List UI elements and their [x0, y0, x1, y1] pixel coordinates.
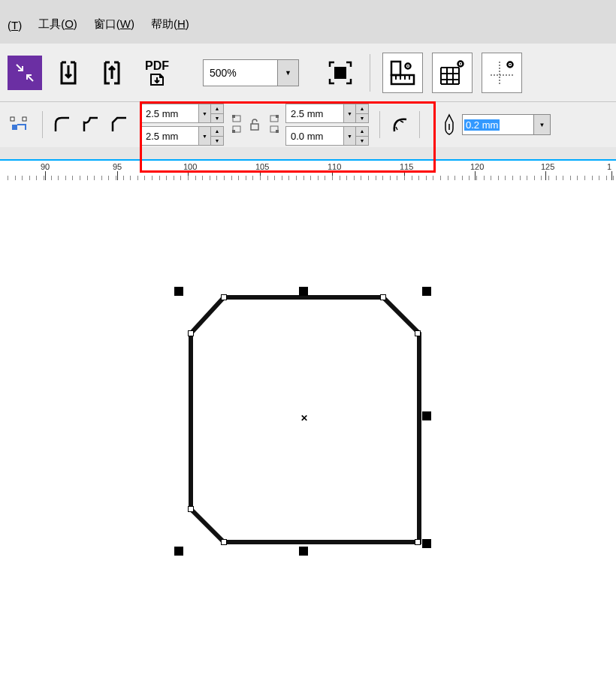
svg-rect-0: [334, 67, 346, 79]
corner-bl-unit-dd[interactable]: ▼: [199, 127, 211, 145]
corner-br-unit-dd[interactable]: ▼: [344, 127, 356, 145]
br-corner-indicator: [269, 125, 281, 134]
tr-corner-indicator: [269, 115, 281, 124]
corner-tr-down[interactable]: ▼: [356, 114, 368, 123]
ruler-label: 110: [328, 162, 341, 171]
corner-tl-up[interactable]: ▲: [211, 104, 223, 114]
selection-handle-tm[interactable]: [299, 287, 308, 296]
shape-edit-icon[interactable]: [8, 113, 32, 137]
pen-icon: [442, 113, 456, 136]
guides-toggle[interactable]: [482, 53, 522, 93]
selection-handle-mr[interactable]: [422, 411, 431, 420]
rotation-center-marker[interactable]: ✕: [300, 413, 308, 423]
gap-bar: [0, 147, 616, 159]
pdf-icon: [148, 73, 166, 86]
rulers-toggle[interactable]: [382, 53, 423, 93]
node-handle[interactable]: [188, 506, 194, 512]
outline-width-input[interactable]: 0.2 mm: [462, 114, 534, 135]
bl-corner-indicator: [231, 125, 243, 134]
menu-item-t[interactable]: (T): [8, 19, 22, 32]
corner-tl-spinner: 2.5 mm ▼ ▲ ▼: [140, 104, 224, 123]
selection-handle-tl[interactable]: [174, 287, 183, 296]
unlock-icon: [249, 119, 260, 131]
corner-tl-input[interactable]: 2.5 mm: [140, 104, 199, 123]
svg-rect-23: [12, 125, 17, 130]
arrows-in-icon: [14, 62, 35, 83]
scallop-corner-icon: [81, 115, 101, 134]
corner-br-down[interactable]: ▼: [356, 137, 368, 146]
corner-br-input[interactable]: 0.0 mm: [285, 126, 344, 146]
round-corner-button[interactable]: [50, 113, 74, 137]
node-handle[interactable]: [188, 330, 194, 336]
corner-tr-up[interactable]: ▲: [356, 104, 368, 114]
corner-bl-down[interactable]: ▼: [211, 137, 223, 146]
selection-handle-br[interactable]: [422, 539, 431, 548]
node-handle[interactable]: [221, 294, 227, 300]
ruler-label: 105: [255, 162, 269, 171]
corner-tr-spinner: 2.5 mm ▼ ▲ ▼: [285, 104, 369, 123]
horizontal-ruler[interactable]: 90951001051101151201251: [0, 159, 616, 180]
corner-lock-toggle[interactable]: [248, 119, 261, 131]
export-button[interactable]: [95, 56, 129, 90]
ruler-label: 125: [541, 162, 554, 171]
chamfer-corner-icon: [110, 115, 129, 134]
ruler-label: 100: [183, 162, 197, 171]
corner-tr-input[interactable]: 2.5 mm: [285, 104, 344, 123]
svg-rect-25: [23, 117, 26, 121]
svg-rect-34: [276, 130, 279, 133]
import-icon: [55, 59, 82, 86]
relative-corner-button[interactable]: [388, 113, 412, 137]
ruler-label: 1: [607, 162, 611, 171]
divider: [42, 111, 43, 138]
corner-right-indicators: [269, 115, 281, 134]
corner-br-up[interactable]: ▲: [356, 127, 368, 137]
relative-corner-icon: [390, 115, 409, 134]
divider-3: [419, 111, 420, 138]
ruler-label: 90: [41, 162, 50, 171]
selection-handle-bm[interactable]: [299, 547, 308, 556]
ruler-label: 120: [470, 162, 484, 171]
corner-bl-up[interactable]: ▲: [211, 127, 223, 137]
node-handle[interactable]: [415, 330, 421, 336]
svg-point-22: [509, 64, 511, 65]
selection-handle-tr[interactable]: [422, 287, 431, 296]
ruler-label: 115: [400, 162, 413, 171]
svg-rect-2: [391, 62, 400, 75]
canvas-area[interactable]: ✕: [0, 180, 616, 691]
node-handle[interactable]: [221, 539, 227, 545]
fullscreen-button[interactable]: [323, 56, 358, 90]
pdf-export-button[interactable]: PDF: [138, 56, 176, 90]
scallop-corner-button[interactable]: [79, 113, 103, 137]
grid-toggle[interactable]: [432, 53, 473, 93]
outline-width-dropdown[interactable]: ▼: [534, 114, 551, 135]
corner-bl-spinner: 2.5 mm ▼ ▲ ▼: [140, 126, 224, 146]
export-icon: [98, 59, 125, 86]
toolbar-main: PDF 500% ▼: [0, 44, 616, 102]
corner-left-stack: 2.5 mm ▼ ▲ ▼ 2.5 mm ▼ ▲ ▼: [140, 104, 224, 146]
corner-tl-down[interactable]: ▼: [211, 114, 223, 123]
svg-rect-24: [11, 117, 14, 121]
menu-item-window[interactable]: 窗口(W): [94, 17, 134, 32]
corner-tl-unit-dd[interactable]: ▼: [199, 104, 211, 122]
svg-rect-27: [232, 115, 235, 118]
zoom-dropdown[interactable]: ▼: [278, 59, 299, 86]
corner-br-spinner: 0.0 mm ▼ ▲ ▼: [285, 126, 369, 146]
corner-right-stack: 2.5 mm ▼ ▲ ▼ 0.0 mm ▼ ▲ ▼: [285, 104, 369, 146]
selection-handle-bl[interactable]: [174, 547, 183, 556]
zoom-input[interactable]: 500%: [203, 59, 278, 86]
node-handle[interactable]: [380, 294, 386, 300]
corner-tr-unit-dd[interactable]: ▼: [344, 104, 356, 122]
round-corner-icon: [53, 115, 72, 134]
outline-width-control: 0.2 mm ▼: [442, 113, 551, 136]
import-button[interactable]: [51, 56, 86, 90]
menu-item-help[interactable]: 帮助(H): [151, 17, 189, 32]
node-handle[interactable]: [415, 539, 421, 545]
menu-item-tools[interactable]: 工具(O): [38, 17, 77, 32]
fullscreen-icon: [325, 58, 355, 88]
corner-bl-input[interactable]: 2.5 mm: [140, 126, 199, 146]
chamfer-corner-button[interactable]: [107, 113, 131, 137]
collapse-button[interactable]: [8, 56, 42, 90]
rulers-icon: [388, 59, 417, 87]
corner-left-indicators: [231, 115, 243, 134]
toolbar-properties: 2.5 mm ▼ ▲ ▼ 2.5 mm ▼ ▲ ▼: [0, 102, 616, 147]
